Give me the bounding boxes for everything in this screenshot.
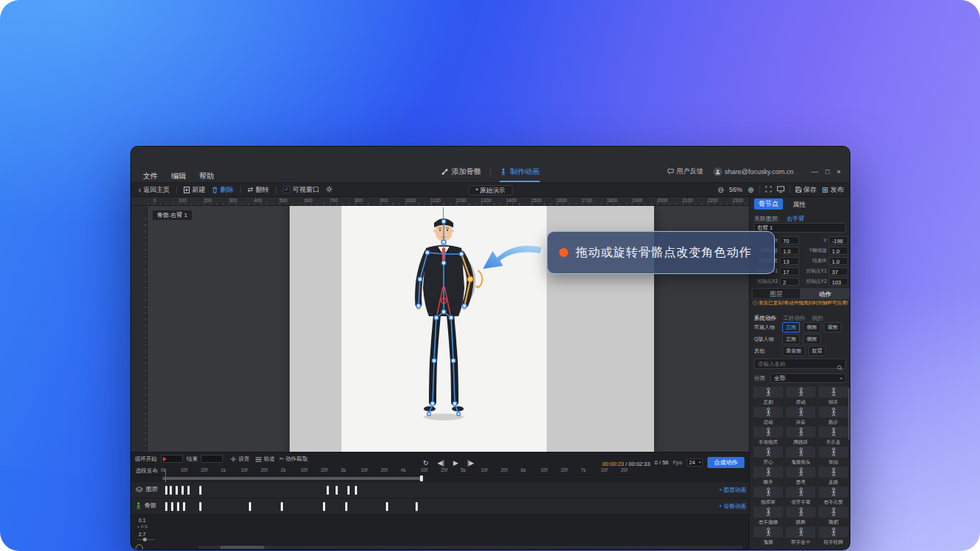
character-rig[interactable] (399, 217, 488, 435)
keyframe[interactable] (416, 502, 418, 511)
property-input[interactable]: -198 (829, 236, 848, 244)
keyframe[interactable] (199, 486, 201, 495)
action-item[interactable]: 正剧 (753, 387, 783, 406)
action-item[interactable]: 招手 (819, 387, 848, 406)
keyframe[interactable] (336, 486, 338, 495)
action-item[interactable]: 开心 (753, 447, 783, 466)
keyframe[interactable] (327, 486, 329, 495)
view-option-button[interactable]: 单骨骼 (782, 346, 805, 356)
fit-canvas-button[interactable] (765, 186, 772, 194)
view-option-button[interactable]: 双臂 (808, 346, 826, 356)
view-option-button[interactable]: 侧面 (803, 322, 821, 333)
keyframe[interactable] (176, 486, 178, 495)
action-item[interactable]: 轻手轻脚 (819, 527, 848, 546)
publish-button[interactable]: ⊞发布 (822, 185, 844, 195)
tab-action[interactable]: 动作 (801, 288, 850, 299)
delete-button[interactable]: 删除 (212, 185, 233, 195)
search-input[interactable] (754, 358, 846, 369)
flip-button[interactable]: ⇄翻转 (247, 185, 269, 195)
keyframe[interactable] (170, 486, 172, 495)
tab-make-animation[interactable]: 制作动画 (500, 167, 540, 182)
property-input[interactable]: 17 (780, 267, 799, 276)
scrollbar-thumb[interactable] (220, 546, 264, 549)
tab-properties[interactable]: 属性 (793, 200, 806, 210)
timeline-ruler[interactable]: 选段发布 0s10f20f1s10f20f2s10f20f3s10f20f4s1… (131, 466, 749, 475)
action-item[interactable]: 右手点赞 (819, 487, 848, 506)
tab-bone-node[interactable]: 骨节点 (754, 198, 783, 210)
action-item[interactable]: 鞠躬 (819, 507, 848, 526)
maximize-button[interactable]: □ (825, 168, 829, 176)
zoom-in-button[interactable]: ⊕ (747, 186, 753, 194)
menu-item[interactable]: 文件 (143, 172, 158, 180)
keyframe[interactable] (165, 486, 167, 495)
save-button[interactable]: 保存 (796, 185, 817, 195)
property-input[interactable]: 37 (829, 267, 848, 276)
target-icon[interactable] (136, 544, 143, 550)
visible-window-checkbox[interactable]: ✓可视窗口 (283, 185, 319, 195)
view-option-button[interactable]: 侧面 (803, 334, 821, 344)
keyframe[interactable] (345, 502, 347, 511)
view-option-button[interactable]: 正面 (782, 334, 800, 344)
keyframe[interactable] (183, 502, 185, 511)
keyframe[interactable] (171, 502, 173, 511)
keyframe[interactable] (347, 486, 350, 495)
action-item[interactable]: 运动 (753, 407, 783, 426)
settings-button[interactable]: 设置 (230, 455, 250, 463)
menu-item[interactable]: 编辑 (171, 172, 186, 180)
track-button[interactable]: 轨道 (256, 455, 275, 463)
property-input[interactable]: 13 (780, 257, 799, 265)
category-select[interactable]: 全部 ▾ (770, 373, 846, 383)
linked-layer-value[interactable]: 右手臂 (787, 215, 804, 223)
source-tab[interactable]: 系统动作 (754, 315, 776, 321)
property-input[interactable]: 1.0 (829, 247, 848, 255)
action-item[interactable]: 双手合十 (786, 527, 816, 546)
clip-action-button[interactable]: ✂ 动作截取 (279, 455, 307, 463)
grid-icon[interactable]: ▣ (189, 549, 195, 550)
action-item[interactable]: 齐步走 (819, 427, 848, 446)
keyframe[interactable] (355, 486, 357, 495)
zoom-level[interactable]: 56% (729, 186, 742, 193)
source-tab[interactable]: 工程动作 (783, 315, 805, 321)
feedback-button[interactable]: 用户反馈 (667, 167, 703, 176)
minimize-button[interactable]: — (811, 168, 818, 176)
fps-select[interactable]: 24▾ (687, 458, 703, 467)
keyframe[interactable] (181, 486, 184, 495)
frame-icon[interactable]: ▭ (178, 549, 184, 550)
action-item[interactable]: 鬼脸 (753, 527, 783, 546)
close-button[interactable]: × (837, 168, 841, 176)
view-option-button[interactable]: 背面 (824, 322, 841, 333)
action-item[interactable]: 挥动 (786, 387, 816, 406)
menu-item[interactable]: 帮助 (199, 172, 214, 180)
segment-handle[interactable] (420, 475, 423, 481)
action-item[interactable]: 鬼脸摇头 (786, 447, 816, 466)
action-item[interactable]: 思考 (786, 467, 816, 486)
tab-layer[interactable]: 图层 (752, 288, 801, 299)
document-title[interactable]: * 原始演示 (468, 185, 513, 196)
loop-end-input[interactable] (201, 455, 223, 463)
tab-add-bone[interactable]: 添加骨骼 (441, 167, 481, 182)
gear-icon[interactable] (326, 186, 333, 194)
add-layer-animation-button[interactable]: + 图层动画 (719, 487, 746, 494)
playhead[interactable] (165, 469, 166, 482)
action-item[interactable]: 蹲跳跃 (786, 427, 816, 446)
action-item[interactable]: 指挥家 (753, 487, 783, 506)
property-input[interactable]: 103 (829, 278, 848, 286)
property-input[interactable]: 1.0 (780, 247, 799, 255)
action-item[interactable]: 加油 (819, 447, 848, 466)
action-item[interactable]: 右手抛物 (753, 507, 783, 526)
keyframe[interactable] (187, 486, 190, 495)
segment-strip[interactable] (162, 477, 421, 480)
action-item[interactable]: 跳舞 (786, 507, 816, 526)
new-button[interactable]: 新建 (184, 185, 205, 195)
zoom-out-button[interactable]: ⊖ (718, 186, 724, 194)
mini-slider-knob[interactable] (143, 538, 147, 541)
property-input[interactable]: 2 (780, 278, 799, 286)
action-item[interactable]: 手语指挥 (753, 427, 783, 446)
layer-track[interactable]: 图层 + 图层动画 (131, 482, 749, 498)
property-input[interactable]: 1.0 (829, 257, 848, 265)
property-input[interactable]: 70 (780, 236, 799, 244)
action-item[interactable]: 跑步 (819, 407, 848, 426)
zoom-in-icon[interactable]: ⊕ (167, 549, 172, 550)
keyframe[interactable] (281, 502, 283, 511)
keyframe[interactable] (165, 502, 167, 511)
